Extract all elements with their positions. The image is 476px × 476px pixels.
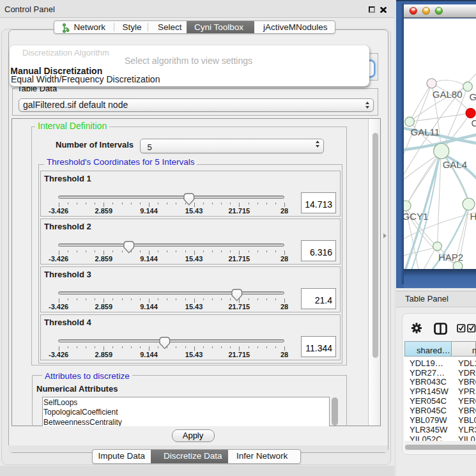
svg-text:HA: HA	[470, 210, 476, 221]
svg-text:GA: GA	[470, 91, 476, 102]
svg-text:C: C	[471, 117, 476, 128]
svg-text:GCY1: GCY1	[404, 210, 428, 221]
svg-text:GAL11: GAL11	[411, 127, 440, 137]
svg-text:HAP2: HAP2	[438, 251, 463, 262]
svg-text:GAL80: GAL80	[433, 88, 463, 99]
svg-text:GAL4: GAL4	[443, 158, 467, 169]
